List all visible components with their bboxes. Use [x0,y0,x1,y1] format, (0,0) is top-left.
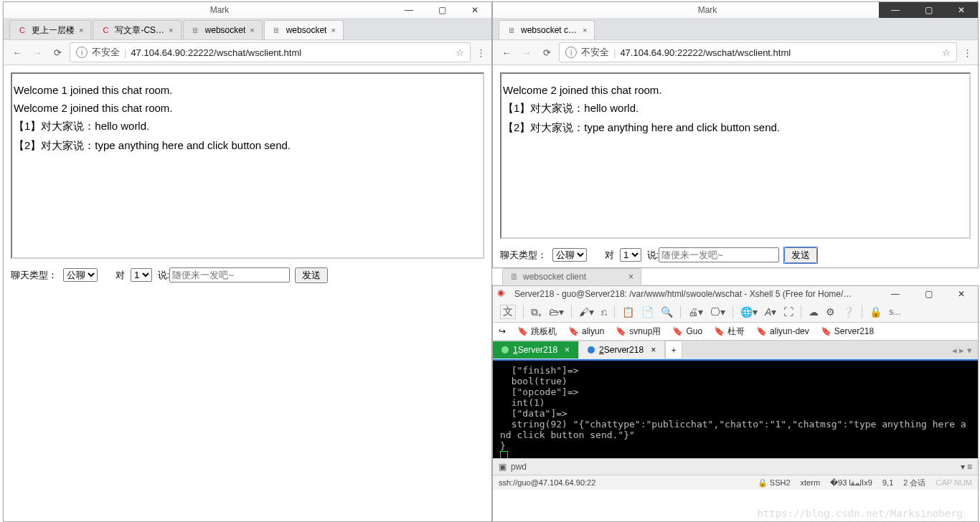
tab-title: websocket [286,25,327,35]
browser-tab[interactable]: C写文章-CS…× [93,20,181,39]
paste-icon[interactable]: 📄 [641,306,654,318]
reload-button[interactable]: ⟳ [50,44,65,60]
browser-tab[interactable]: 🗎websocket× [183,20,263,39]
tab-close-icon[interactable]: × [250,26,254,34]
help-icon[interactable]: ❔ [842,306,854,318]
xshell-session-tab[interactable]: 1 Server218× [493,341,579,359]
xshell-status-bar: ssh://guo@47.104.64.90:22 🔒 SSH2 xterm �… [493,475,978,490]
window-max-button[interactable]: ▢ [912,286,945,302]
new-session-icon[interactable]: ⧉₊ [531,306,542,318]
window-titlebar: Mark — ▢ ✕ [493,2,978,18]
window-max-button[interactable]: ▢ [912,2,945,18]
bookmark-icon: 🔖 [616,326,626,336]
window-min-button[interactable]: — [879,2,912,18]
color-icon[interactable]: 🖌▾ [579,306,594,318]
to-select[interactable]: 1 [620,248,641,262]
tab-close-icon[interactable]: × [79,26,83,34]
window-close-button[interactable]: ✕ [945,2,978,18]
tab-close-icon[interactable]: × [583,26,587,34]
terminal-output[interactable]: ["finish"]=> bool(true) ["opcode"]=> int… [493,361,978,458]
tab-close-icon[interactable]: × [565,345,570,355]
chat-history-box: Welcome 2 joined this chat room.【1】对大家说：… [500,72,971,239]
window-close-button[interactable]: ✕ [458,2,491,18]
window-max-button[interactable]: ▢ [425,2,458,18]
xshell-bookmark[interactable]: 🔖杜哥 [714,326,745,338]
print-icon[interactable]: 🖨▾ [688,306,703,318]
forward-button[interactable]: → [29,44,45,60]
browser-tab[interactable]: C更上一层楼× [9,20,91,39]
reload-button[interactable]: ⟳ [539,44,555,60]
cloud-icon[interactable]: ☁ [809,306,819,318]
message-input[interactable] [169,267,290,283]
xshell-bookmark[interactable]: 🔖Server218 [821,326,874,338]
forward-button[interactable]: → [519,44,534,60]
insecure-label: 不安全 [92,46,120,59]
xshell-toolbar: 文 ⧉₊ 🗁▾ 🖌▾ ⎌ 📋 📄 🔍 🖨▾ 🖵▾ 🌐▾ A▾ ⛶ ☁ ⚙ ❔ 🔒 [493,302,978,323]
chat-message: 【1】对大家说：hello world. [14,120,481,133]
tab-title: 更上一层楼 [32,24,75,37]
say-label: 说: [158,270,170,280]
maximize-icon[interactable]: ⛶ [783,306,793,318]
url-text: 47.104.64.90:22222/wschat/wsclient.html [131,47,301,58]
chrome-menu-button[interactable]: ⋮ [963,47,972,58]
chrome-menu-button[interactable]: ⋮ [476,47,486,58]
panel-menu-icon[interactable]: ▾ ≡ [961,462,972,472]
xshell-titlebar: ◉ Server218 - guo@Server218: /var/www/ht… [493,286,978,302]
window-min-button[interactable]: — [879,286,912,302]
bookmark-star-icon[interactable]: ☆ [456,47,464,58]
to-select[interactable]: 1 [131,268,152,282]
message-input[interactable] [659,247,779,262]
chrome-tab-strip: C更上一层楼×C写文章-CS…×🗎websocket×🗎websocket× [4,18,491,40]
chat-type-select[interactable]: 公聊 [63,268,98,282]
bookmark-toggle-icon[interactable]: ↪ [499,326,506,336]
xshell-command-bar[interactable]: ▣ pwd ▾ ≡ [493,458,978,475]
address-bar[interactable]: i 不安全 | 47.104.64.90:22222/wschat/wsclie… [559,42,957,62]
tab-close-icon[interactable]: × [331,26,335,34]
address-bar[interactable]: i 不安全 | 47.104.64.90:22222/wschat/wsclie… [70,42,471,62]
favicon: C [17,25,27,35]
gear-icon[interactable]: ⚙ [826,306,835,318]
xshell-bookmark[interactable]: 🔖跳板机 [517,326,557,338]
xshell-window: ◉ Server218 - guo@Server218: /var/www/ht… [492,285,979,522]
lock-icon[interactable]: 🔒 [870,306,882,318]
send-button[interactable]: 发送 [784,247,817,263]
url-text: 47.104.64.90:22222/wschat/wsclient.html [620,47,791,58]
xshell-lang-button[interactable]: 文 [500,305,516,319]
disconnect-icon[interactable]: ⎌ [601,306,607,318]
background-browser-tab[interactable]: 🗎 websocket client × [502,268,641,285]
globe-icon[interactable]: 🌐▾ [740,306,758,318]
xshell-add-tab-button[interactable]: ＋ [665,341,682,359]
bookmark-star-icon[interactable]: ☆ [942,47,951,58]
xshell-bookmark[interactable]: 🔖Guo [672,326,702,338]
info-icon: i [565,47,577,58]
open-icon[interactable]: 🗁▾ [549,306,564,318]
xshell-bookmark[interactable]: 🔖aliyun [568,326,604,338]
xshell-tab-nav-icon[interactable]: ◂ ▸ ▾ [946,345,978,356]
chat-controls: 聊天类型： 公聊 对 1 说: 发送 [500,247,971,263]
window-close-button[interactable]: ✕ [945,286,978,302]
chrome-tab-strip: 🗎websocket client× [493,18,978,40]
favicon: C [100,25,110,35]
bookmark-icon: 🔖 [517,326,528,336]
favicon: 🗎 [191,25,201,35]
send-button[interactable]: 发送 [295,267,328,283]
screen-icon[interactable]: 🖵▾ [710,306,725,318]
back-button[interactable]: ← [499,44,514,60]
xshell-bookmark[interactable]: 🔖aliyun-dev [756,326,809,338]
terminal-icon: ▣ [499,462,507,472]
browser-tab[interactable]: 🗎websocket× [264,20,344,39]
xshell-session-tab[interactable]: 2 Server218× [579,341,665,359]
copy-icon[interactable]: 📋 [622,306,634,318]
tab-close-icon[interactable]: × [651,345,656,355]
window-min-button[interactable]: — [392,2,425,18]
xshell-bookmark[interactable]: 🔖svnup用 [616,326,661,338]
tab-close-icon[interactable]: × [169,26,173,34]
xshell-window-title: Server218 - guo@Server218: /var/www/html… [514,289,879,299]
back-button[interactable]: ← [9,44,25,60]
search-icon[interactable]: 🔍 [661,306,673,318]
font-icon[interactable]: A▾ [765,306,776,318]
bookmark-icon: 🔖 [821,326,831,336]
window-titlebar: Mark — ▢ ✕ [4,2,491,18]
browser-tab[interactable]: 🗎websocket client× [499,20,595,39]
chat-type-select[interactable]: 公聊 [552,248,587,262]
